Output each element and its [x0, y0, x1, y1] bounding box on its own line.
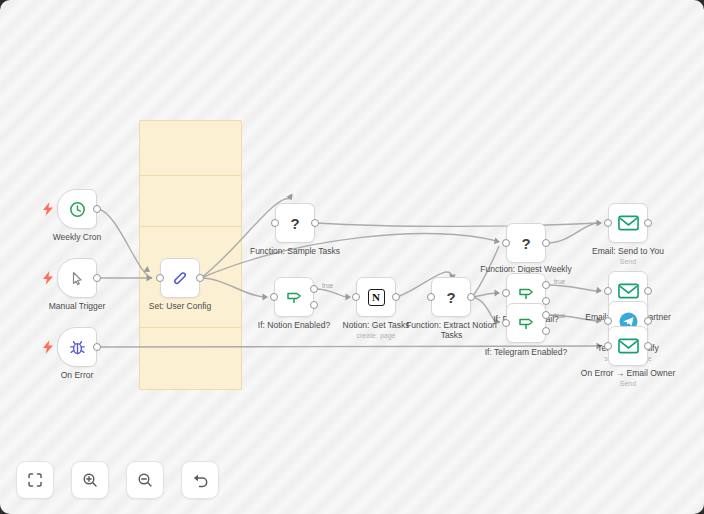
- zoom-in-icon: [82, 472, 98, 488]
- question-mark-icon: ?: [446, 289, 455, 306]
- node-set-user-config[interactable]: [160, 258, 200, 298]
- undo-icon: [192, 472, 209, 489]
- port-label-true: true: [322, 282, 333, 289]
- output-port-true[interactable]: [542, 311, 550, 319]
- input-port[interactable]: [427, 293, 435, 301]
- signpost-icon: [517, 284, 535, 302]
- output-port[interactable]: [392, 293, 400, 301]
- node-if-telegram-enabled[interactable]: [506, 303, 546, 343]
- envelope-icon: [618, 215, 639, 231]
- fit-view-button[interactable]: [16, 461, 54, 499]
- output-port[interactable]: [93, 343, 101, 351]
- output-port-true[interactable]: [542, 281, 550, 289]
- node-notion-get-tasks[interactable]: N: [356, 277, 396, 317]
- output-port[interactable]: [644, 342, 652, 350]
- node-if-notion-enabled[interactable]: [274, 277, 314, 317]
- input-port[interactable]: [270, 293, 278, 301]
- sticky-note[interactable]: [139, 175, 242, 229]
- envelope-icon: [618, 283, 639, 299]
- output-port[interactable]: [467, 293, 475, 301]
- node-label-text: Notion: Get Tasks: [343, 320, 410, 330]
- output-port[interactable]: [93, 205, 101, 213]
- output-port-true[interactable]: [310, 285, 318, 293]
- sticky-note[interactable]: [139, 120, 242, 178]
- trigger-bolt-icon: [42, 271, 54, 285]
- output-port[interactable]: [542, 239, 550, 247]
- input-port[interactable]: [502, 319, 510, 327]
- trigger-bolt-icon: [42, 340, 54, 354]
- signpost-icon: [285, 288, 303, 306]
- pencil-icon: [171, 269, 189, 287]
- zoom-out-icon: [137, 472, 153, 488]
- node-label: Set: User Config: [105, 301, 255, 311]
- node-on-error[interactable]: [57, 327, 97, 367]
- fit-view-icon: [27, 472, 43, 488]
- sticky-note[interactable]: [139, 327, 242, 390]
- undo-button[interactable]: [181, 461, 219, 499]
- bug-icon: [69, 339, 86, 356]
- node-function-extract-notion-tasks[interactable]: ?: [431, 277, 471, 317]
- node-manual-trigger[interactable]: [57, 258, 97, 298]
- zoom-out-button[interactable]: [126, 461, 164, 499]
- cursor-icon: [69, 270, 85, 286]
- input-port[interactable]: [352, 293, 360, 301]
- input-port[interactable]: [604, 287, 612, 295]
- output-port[interactable]: [644, 219, 652, 227]
- envelope-icon: [618, 338, 639, 354]
- output-port-false[interactable]: [542, 327, 550, 335]
- node-label: Weekly Cron: [2, 232, 152, 242]
- clock-icon: [69, 201, 86, 218]
- node-subtitle: Send: [553, 379, 703, 389]
- question-mark-icon: ?: [521, 235, 530, 252]
- input-port[interactable]: [604, 342, 612, 350]
- workflow-canvas[interactable]: Weekly Cron Manual Trigger On Error Set:…: [0, 0, 704, 514]
- zoom-in-button[interactable]: [71, 461, 109, 499]
- output-port[interactable]: [644, 317, 652, 325]
- input-port[interactable]: [604, 219, 612, 227]
- output-port[interactable]: [311, 219, 319, 227]
- input-port[interactable]: [156, 274, 164, 282]
- node-label: On Error → Email Owner Send: [553, 368, 703, 389]
- port-label-true: true: [554, 278, 565, 285]
- input-port[interactable]: [502, 239, 510, 247]
- node-weekly-cron[interactable]: [57, 189, 97, 229]
- output-port-false[interactable]: [310, 301, 318, 309]
- output-port[interactable]: [644, 287, 652, 295]
- node-label-text: On Error → Email Owner: [581, 368, 675, 378]
- input-port[interactable]: [502, 289, 510, 297]
- question-mark-icon: ?: [290, 215, 299, 232]
- node-label-text: Email: Send to You: [592, 246, 664, 256]
- node-function-digest-weekly[interactable]: ?: [506, 223, 546, 263]
- output-port[interactable]: [196, 274, 204, 282]
- canvas-toolbar: [16, 461, 219, 499]
- input-port[interactable]: [271, 219, 279, 227]
- notion-letter: N: [372, 291, 380, 303]
- node-on-error-email-owner[interactable]: [608, 326, 648, 366]
- output-port[interactable]: [93, 274, 101, 282]
- node-label: Function: Sample Tasks: [220, 246, 370, 256]
- input-port[interactable]: [604, 317, 612, 325]
- trigger-bolt-icon: [42, 202, 54, 216]
- node-function-sample-tasks[interactable]: ?: [275, 203, 315, 243]
- node-email-send-to-you[interactable]: [608, 203, 648, 243]
- notion-icon: N: [368, 289, 385, 306]
- node-label: On Error: [2, 370, 152, 380]
- signpost-icon: [517, 314, 535, 332]
